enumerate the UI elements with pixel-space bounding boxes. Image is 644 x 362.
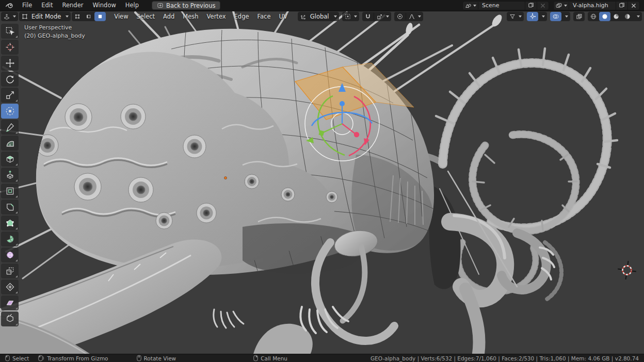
tool-spin-button[interactable]: [1, 232, 19, 246]
hint-transform-label: Transform From Gizmo: [47, 355, 108, 361]
face-select-icon: [96, 13, 104, 20]
view-layer-icon: [555, 2, 562, 9]
scene-name[interactable]: Scene: [478, 2, 525, 9]
view-layer-new-button[interactable]: [616, 2, 627, 10]
cursor-3d-icon: [5, 42, 15, 52]
editor-type-button[interactable]: [1, 12, 18, 21]
tool-smooth-button[interactable]: [1, 248, 19, 262]
overlays-settings-button[interactable]: [561, 12, 570, 21]
mouse-right-icon: [253, 355, 258, 361]
menu-help[interactable]: Help: [121, 0, 143, 11]
object-visibility-filter-button[interactable]: [507, 12, 524, 21]
scale-icon: [5, 90, 15, 100]
view-layer-browse-button[interactable]: [554, 2, 569, 9]
proportional-circle-icon: [396, 13, 404, 20]
gizmo-z-handle[interactable]: [340, 101, 345, 106]
shading-rendered-button[interactable]: [622, 12, 633, 21]
material-preview-icon: [613, 13, 620, 20]
wireframe-shading-icon: [590, 13, 597, 20]
mode-selector[interactable]: Edit Mode: [19, 12, 71, 21]
toggle-xray-button[interactable]: [573, 12, 585, 21]
tool-cursor-button[interactable]: [1, 40, 19, 55]
viewport-3d[interactable]: [0, 11, 644, 354]
menu-vertex[interactable]: Vertex: [203, 12, 230, 22]
select-mode-vertex-button[interactable]: [72, 12, 83, 21]
tool-add-cube-button[interactable]: [1, 152, 19, 167]
tool-select-box-button[interactable]: [1, 24, 19, 39]
tool-annotate-button[interactable]: [1, 120, 19, 135]
add-cube-icon: [5, 154, 15, 164]
snap-toggle-button[interactable]: [362, 12, 374, 21]
menu-mesh[interactable]: Mesh: [179, 12, 202, 22]
tool-measure-button[interactable]: [1, 136, 19, 151]
menu-add[interactable]: Add: [159, 12, 179, 22]
chevron-down-icon: [354, 15, 357, 18]
view-layer-remove-button[interactable]: [627, 2, 639, 10]
show-gizmo-toggle[interactable]: [527, 12, 538, 21]
bevel-icon: [5, 202, 15, 212]
gizmo-x-handle[interactable]: [354, 132, 359, 137]
proportional-editing-button[interactable]: [394, 12, 406, 21]
tool-inset-faces-button[interactable]: [1, 184, 19, 199]
tool-edge-slide-button[interactable]: [1, 264, 19, 278]
snap-settings-button[interactable]: [374, 12, 391, 21]
menu-file[interactable]: File: [18, 0, 37, 11]
menu-edit[interactable]: Edit: [37, 0, 57, 11]
scene-selector: Scene: [462, 1, 549, 10]
menu-render[interactable]: Render: [58, 0, 88, 11]
gizmo-settings-button[interactable]: [538, 12, 547, 21]
tool-shelf: [1, 24, 20, 326]
tool-shear-button[interactable]: [1, 295, 19, 310]
menu-face[interactable]: Face: [253, 12, 275, 22]
editor-3d-viewport-icon: [3, 13, 10, 20]
scene-statistics: GEO-alpha_body | Verts:6/532 | Edges:7/1…: [371, 355, 639, 361]
tool-scale-button[interactable]: [1, 88, 19, 103]
tool-transform-button[interactable]: [1, 104, 19, 119]
tool-move-button[interactable]: [1, 56, 19, 71]
pivot-point-button[interactable]: [342, 12, 359, 21]
overlays-icon: [552, 13, 559, 20]
tool-bevel-button[interactable]: [1, 200, 19, 215]
select-mode-edge-button[interactable]: [83, 12, 94, 21]
hint-rotate-view-label: Rotate View: [144, 355, 176, 361]
proportional-falloff-button[interactable]: [406, 12, 423, 21]
shading-material-button[interactable]: [610, 12, 622, 21]
shading-settings-button[interactable]: [633, 12, 642, 21]
gizmo-icon: [529, 13, 536, 20]
tool-rotate-button[interactable]: [1, 72, 19, 87]
transform-icon: [5, 106, 15, 116]
chevron-down-icon: [66, 15, 69, 18]
menu-select[interactable]: Select: [133, 12, 159, 22]
hint-rotate-view: Rotate View: [137, 355, 176, 361]
rotate-icon: [5, 74, 15, 84]
scene-new-button[interactable]: [525, 2, 537, 10]
view-layer-name[interactable]: V-alpha.high: [569, 2, 616, 9]
menu-edge[interactable]: Edge: [230, 12, 253, 22]
chevron-down-icon: [334, 15, 337, 18]
chevron-down-icon: [418, 15, 421, 18]
view-layer-selector: V-alpha.high: [553, 1, 640, 10]
select-mode-face-button[interactable]: [94, 12, 106, 21]
close-icon: [539, 2, 546, 9]
tool-poly-build-button[interactable]: [1, 216, 19, 231]
menu-uv[interactable]: UV: [275, 12, 292, 22]
transform-orientation-selector[interactable]: Global: [298, 12, 339, 21]
chevron-down-icon: [386, 15, 389, 18]
tool-shrink-fatten-button[interactable]: [1, 279, 19, 294]
tool-extrude-region-button[interactable]: [1, 168, 19, 183]
status-bar: Select Transform From Gizmo Rotate View …: [0, 354, 644, 362]
shading-wireframe-button[interactable]: [588, 12, 599, 21]
annotate-pen-icon: [5, 122, 15, 132]
back-to-previous-button[interactable]: Back to Previous: [152, 1, 220, 10]
scene-browse-button[interactable]: [463, 2, 478, 9]
duplicate-icon: [618, 2, 625, 9]
tool-rip-region-button[interactable]: [1, 311, 19, 326]
hint-call-menu-label: Call Menu: [261, 355, 287, 361]
rendered-shading-icon: [624, 13, 631, 20]
menu-view[interactable]: View: [110, 12, 132, 22]
menu-window[interactable]: Window: [88, 0, 120, 11]
mouse-left-icon: [5, 355, 10, 361]
show-overlays-toggle[interactable]: [550, 12, 561, 21]
pivot-point-icon: [344, 13, 351, 20]
shading-solid-button[interactable]: [599, 12, 610, 21]
